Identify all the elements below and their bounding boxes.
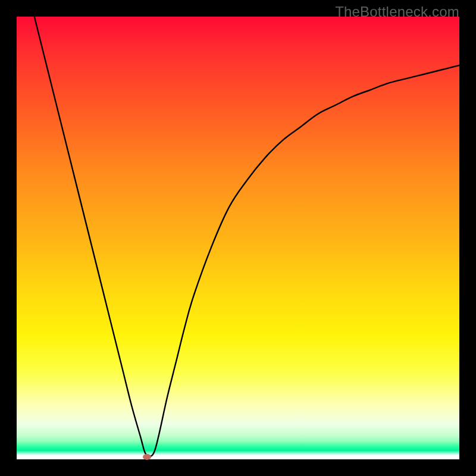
- chart-area: [17, 17, 459, 459]
- watermark-text: TheBottleneck.com: [335, 4, 459, 20]
- minimum-marker: [143, 454, 151, 460]
- bottleneck-curve: [17, 17, 459, 459]
